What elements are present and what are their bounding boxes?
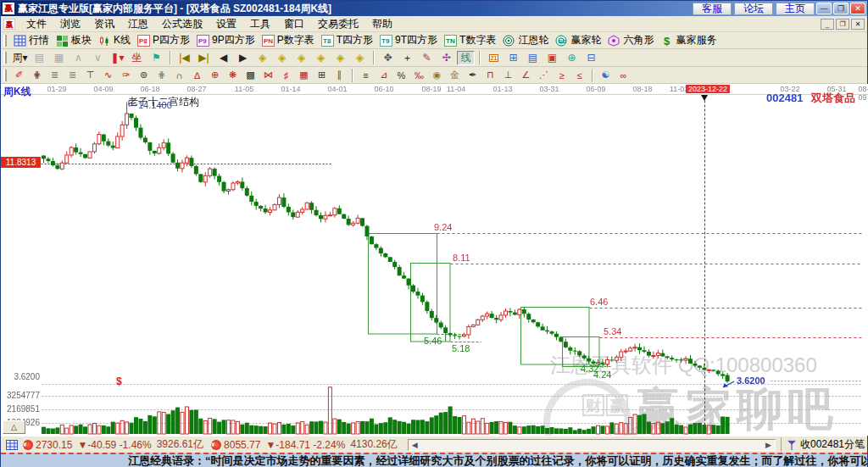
mdi-restore-button[interactable]: ❐ — [836, 19, 849, 30]
diamond-tool-2-icon[interactable]: ◈ — [273, 51, 291, 65]
wave-icon[interactable]: ∿ — [100, 68, 116, 82]
titlebar-link-3[interactable]: 主页 — [776, 3, 815, 15]
sz-index-value[interactable]: 8055.77 — [224, 439, 260, 451]
chart-scrollbar[interactable]: ◀ ▶ — [408, 439, 776, 451]
percent-icon[interactable]: % — [393, 68, 409, 82]
diamond-tool-4-icon[interactable]: ◈ — [312, 51, 330, 65]
menu-帮助[interactable]: 帮助 — [365, 15, 399, 33]
sh-index-icon[interactable]: ¥ — [23, 440, 33, 450]
pane-label[interactable]: 周K线 — [3, 85, 31, 99]
toolbar-grip-2[interactable] — [3, 52, 7, 64]
line-mode-icon[interactable]: 线 — [457, 51, 475, 65]
tunnel-icon[interactable]: ⊓ — [482, 68, 498, 82]
menu-窗口[interactable]: 窗口 — [277, 15, 311, 33]
net-sync-icon[interactable]: ⊕ — [563, 51, 581, 65]
hexagon-button[interactable]: 六角形 — [604, 32, 657, 48]
titlebar-link-1[interactable]: 客服 — [693, 3, 732, 15]
area-chart-icon[interactable]: ▦ — [50, 51, 68, 65]
circle-cycle-icon[interactable]: ⊜ — [136, 68, 152, 82]
close-button[interactable]: ✕ — [850, 3, 865, 14]
wedge-up-icon[interactable]: ≥ — [554, 68, 570, 82]
titlebar-link-2[interactable]: 论坛 — [734, 3, 773, 15]
star-burst-icon[interactable]: ❋ — [225, 68, 241, 82]
scroll-right-arrow[interactable]: ▶ — [765, 441, 771, 449]
notepad-icon[interactable]: ▤ — [524, 51, 542, 65]
gold-section-icon[interactable]: 金 — [447, 68, 463, 82]
p-square-button[interactable]: P8P四方形 — [134, 32, 193, 48]
measure-tool-icon[interactable]: ✣ — [437, 51, 455, 65]
diamond-tool-3-icon[interactable]: ◈ — [292, 51, 310, 65]
scroll-left-arrow[interactable]: ◀ — [412, 441, 418, 449]
triangle-draw-icon[interactable]: ∆ — [189, 68, 205, 82]
quotes-button[interactable]: 行情 — [10, 32, 53, 48]
pen-draw-icon[interactable]: ✐ — [11, 68, 27, 82]
gann-wheel-button[interactable]: 江恩轮 — [499, 32, 552, 48]
winner-service-button[interactable]: $赢家服务 — [657, 32, 720, 48]
target-icon[interactable]: ⊕ — [207, 68, 223, 82]
hand-tool-icon[interactable]: ✥ — [379, 51, 397, 65]
kline-button[interactable]: K线 — [95, 32, 134, 48]
crosshair-tool-icon[interactable]: ＋ — [398, 51, 416, 65]
fan-icon[interactable]: ⋰ — [536, 68, 552, 82]
sectors-button[interactable]: 板块 — [53, 32, 95, 48]
t-square-button[interactable]: T8T四方形 — [318, 32, 376, 48]
9p-square-button[interactable]: P99P四方形 — [193, 32, 259, 48]
pane-expand-button[interactable]: △ — [3, 420, 25, 434]
menu-浏览[interactable]: 浏览 — [53, 15, 87, 33]
menu-文件[interactable]: 文件 — [19, 15, 53, 33]
bowtie-icon[interactable]: ⋈ — [260, 68, 276, 82]
net-grid-icon[interactable]: ▩ — [242, 68, 259, 82]
support-icon[interactable]: ⊥ — [500, 68, 516, 82]
menu-江恩[interactable]: 江恩 — [121, 15, 155, 33]
next-bar-icon[interactable]: ▶ — [234, 51, 252, 65]
menu-交易委托[interactable]: 交易委托 — [311, 15, 365, 33]
winner-wheel-button[interactable]: BG赢家轮 — [552, 32, 604, 48]
taiji-icon[interactable]: ☯ — [598, 68, 614, 82]
menu-资讯[interactable]: 资讯 — [87, 15, 121, 33]
quote-grid-icon[interactable] — [6, 440, 18, 450]
stretch-bars-icon[interactable]: ∨ — [89, 51, 107, 65]
maximize-button[interactable]: ❐ — [833, 3, 849, 14]
pen-tool-icon[interactable]: ✎ — [418, 51, 436, 65]
shrink-bars-icon[interactable]: ∧ — [70, 51, 87, 65]
hatch-icon[interactable]: ⋕ — [153, 68, 170, 82]
t-table-button[interactable]: TNT数字表 — [441, 32, 499, 48]
fib-levels-icon[interactable]: ≡ — [358, 68, 374, 82]
mdi-minimize-button[interactable]: _ — [821, 19, 834, 30]
menu-公式选股[interactable]: 公式选股 — [155, 15, 209, 33]
p-table-button[interactable]: PNP数字表 — [259, 32, 318, 48]
remote-pc-icon[interactable]: ⊟ — [582, 51, 600, 65]
coordinate-icon[interactable]: 坐 — [128, 51, 146, 65]
arc-icon[interactable]: ∩ — [171, 68, 187, 82]
angle-icon[interactable]: ∠ — [518, 68, 534, 82]
gold-circle-icon[interactable]: ◉ — [429, 68, 445, 82]
indicator-flag-icon[interactable]: ⚑ — [147, 51, 165, 65]
sh-index-value[interactable]: 2730.15 — [36, 439, 72, 451]
period-week-dropdown[interactable]: 周▾ — [11, 51, 29, 65]
mdi-close-button[interactable]: ✕ — [851, 19, 865, 30]
wedge-down-icon[interactable]: ≤ — [571, 68, 587, 82]
time-level-icon[interactable]: ⊤ — [82, 68, 98, 82]
9t-square-button[interactable]: T99T四方形 — [376, 32, 441, 48]
grid-lines-icon[interactable]: ⋕ — [29, 68, 45, 82]
minimize-button[interactable]: — — [816, 3, 832, 14]
sz-index-icon[interactable]: ¥ — [211, 440, 221, 450]
wedge-icon[interactable]: ⊿ — [376, 68, 392, 82]
calculator-icon[interactable]: ⊞ — [504, 51, 522, 65]
first-page-icon[interactable]: |◀ — [175, 51, 193, 65]
box-draw-icon[interactable]: ⊞ — [314, 68, 330, 82]
calendar-icon[interactable]: 21 — [485, 51, 503, 65]
pitchfork-icon[interactable]: ♯ — [278, 68, 294, 82]
toolbar-grip-3[interactable] — [3, 69, 7, 81]
gann-box2-icon[interactable]: ≣ — [64, 68, 81, 82]
ribbon-icon[interactable]: ∞ — [615, 68, 632, 82]
square-fill-icon[interactable]: ▦ — [296, 68, 312, 82]
pen2-icon[interactable]: ✒ — [465, 68, 481, 82]
diamond-tool-5-icon[interactable]: ◈ — [331, 51, 349, 65]
permille-icon[interactable]: ‰ — [411, 68, 427, 82]
menu-工具[interactable]: 工具 — [243, 15, 277, 33]
diamond-tool-1-icon[interactable]: ◈ — [253, 51, 271, 65]
save-icon[interactable]: ▣ — [543, 51, 561, 65]
line-chart-icon[interactable]: ▤ — [31, 51, 48, 65]
prev-bar-icon[interactable]: ◀ — [214, 51, 232, 65]
